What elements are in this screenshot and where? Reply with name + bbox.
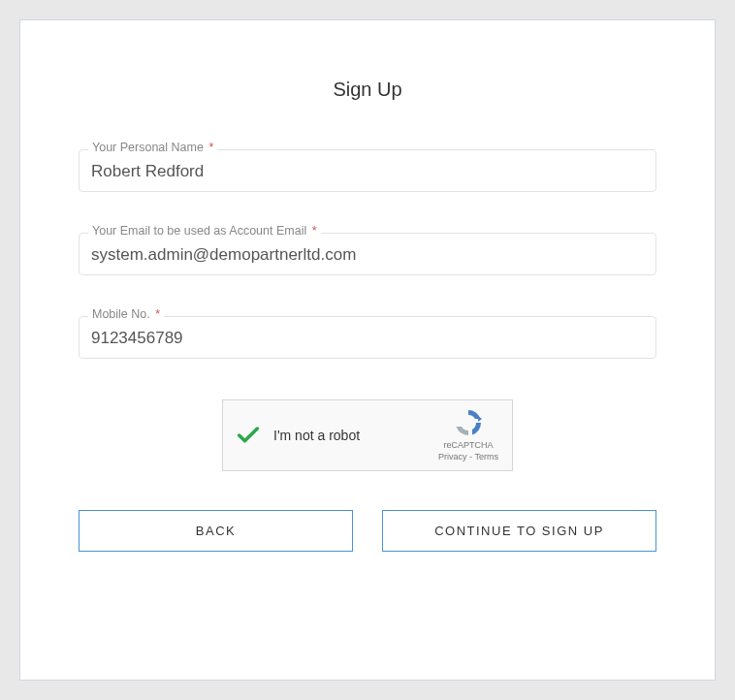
button-row: BACK CONTINUE TO SIGN UP xyxy=(79,510,656,552)
name-label-text: Your Personal Name xyxy=(92,141,204,154)
signup-card: Sign Up Your Personal Name * Your Email … xyxy=(19,19,716,681)
mobile-label-text: Mobile No. xyxy=(92,307,150,321)
page-title: Sign Up xyxy=(79,79,656,101)
svg-marker-0 xyxy=(478,416,482,422)
required-indicator: * xyxy=(208,141,213,154)
captcha-terms-link[interactable]: Terms xyxy=(474,452,498,461)
continue-button[interactable]: CONTINUE TO SIGN UP xyxy=(382,510,656,552)
name-label: Your Personal Name * xyxy=(88,141,217,154)
mobile-field-group: Mobile No. * xyxy=(79,316,656,359)
captcha-text: I'm not a robot xyxy=(273,428,436,443)
email-label: Your Email to be used as Account Email * xyxy=(88,224,321,238)
name-field-group: Your Personal Name * xyxy=(79,149,656,192)
name-input[interactable] xyxy=(79,149,656,192)
checkmark-icon xyxy=(235,422,262,449)
mobile-label: Mobile No. * xyxy=(88,307,164,321)
captcha-brand-area: reCAPTCHA Privacy - Terms xyxy=(436,407,500,462)
recaptcha-icon xyxy=(453,407,484,438)
mobile-input[interactable] xyxy=(79,316,656,359)
email-field-group: Your Email to be used as Account Email * xyxy=(79,233,656,275)
captcha-brand-label: reCAPTCHA xyxy=(436,440,500,452)
recaptcha-widget[interactable]: I'm not a robot reCAPTCHA Privacy - Term… xyxy=(222,399,513,471)
captcha-links: Privacy - Terms xyxy=(436,452,500,463)
email-label-text: Your Email to be used as Account Email xyxy=(92,224,306,238)
required-indicator: * xyxy=(155,307,160,321)
required-indicator: * xyxy=(312,224,317,238)
captcha-container: I'm not a robot reCAPTCHA Privacy - Term… xyxy=(79,399,656,471)
captcha-privacy-link[interactable]: Privacy xyxy=(438,452,467,461)
back-button[interactable]: BACK xyxy=(79,510,353,552)
email-input[interactable] xyxy=(79,233,656,275)
